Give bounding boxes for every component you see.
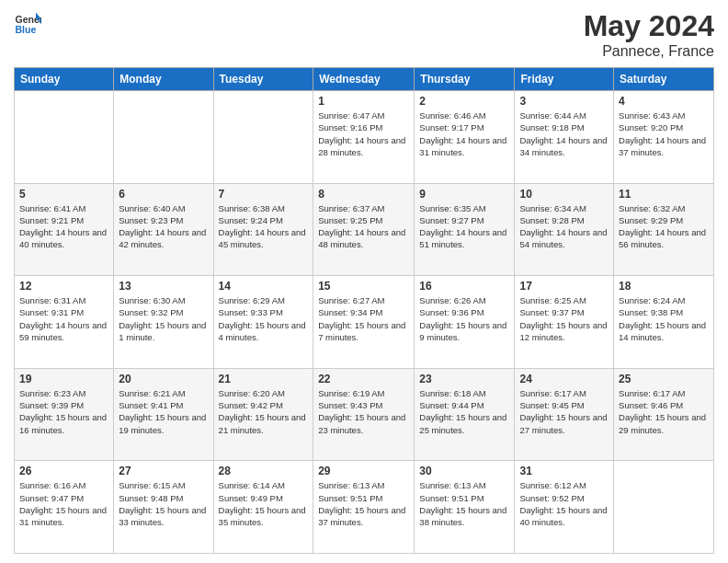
day-info: Sunrise: 6:16 AM Sunset: 9:47 PM Dayligh… [19,479,108,528]
calendar-cell: 25Sunrise: 6:17 AM Sunset: 9:46 PM Dayli… [614,368,714,461]
calendar-header-row: Sunday Monday Tuesday Wednesday Thursday… [15,68,714,91]
week-row-0: 1Sunrise: 6:47 AM Sunset: 9:16 PM Daylig… [15,91,714,184]
calendar-cell: 2Sunrise: 6:46 AM Sunset: 9:17 PM Daylig… [415,91,515,184]
calendar-cell: 9Sunrise: 6:35 AM Sunset: 9:27 PM Daylig… [415,183,515,276]
calendar-cell: 31Sunrise: 6:12 AM Sunset: 9:52 PM Dayli… [515,461,614,554]
day-number: 28 [219,465,309,477]
calendar-cell: 13Sunrise: 6:30 AM Sunset: 9:32 PM Dayli… [114,276,213,369]
title-block: May 2024 Pannece, France [584,9,714,60]
day-info: Sunrise: 6:27 AM Sunset: 9:34 PM Dayligh… [318,294,409,343]
calendar-cell: 21Sunrise: 6:20 AM Sunset: 9:42 PM Dayli… [213,368,313,461]
day-number: 1 [318,95,409,108]
calendar-cell: 24Sunrise: 6:17 AM Sunset: 9:45 PM Dayli… [515,368,614,461]
day-info: Sunrise: 6:44 AM Sunset: 9:18 PM Dayligh… [519,109,609,158]
col-saturday: Saturday [614,68,714,91]
calendar-cell: 23Sunrise: 6:18 AM Sunset: 9:44 PM Dayli… [415,368,515,461]
day-number: 22 [318,373,409,385]
calendar-cell: 27Sunrise: 6:15 AM Sunset: 9:48 PM Dayli… [114,461,213,554]
day-number: 20 [119,373,208,385]
day-number: 3 [519,95,609,108]
day-info: Sunrise: 6:37 AM Sunset: 9:25 PM Dayligh… [318,202,409,251]
day-number: 25 [619,373,709,385]
day-number: 31 [519,465,609,477]
day-info: Sunrise: 6:41 AM Sunset: 9:21 PM Dayligh… [19,202,108,251]
calendar-cell: 5Sunrise: 6:41 AM Sunset: 9:21 PM Daylig… [15,183,114,276]
calendar-cell: 19Sunrise: 6:23 AM Sunset: 9:39 PM Dayli… [15,368,114,461]
day-info: Sunrise: 6:12 AM Sunset: 9:52 PM Dayligh… [519,479,609,528]
day-number: 11 [619,188,709,201]
calendar-cell: 26Sunrise: 6:16 AM Sunset: 9:47 PM Dayli… [15,461,114,554]
day-number: 29 [318,465,409,477]
calendar: Sunday Monday Tuesday Wednesday Thursday… [14,67,714,554]
day-info: Sunrise: 6:17 AM Sunset: 9:46 PM Dayligh… [619,387,709,436]
calendar-cell: 12Sunrise: 6:31 AM Sunset: 9:31 PM Dayli… [15,276,114,369]
calendar-cell: 29Sunrise: 6:13 AM Sunset: 9:51 PM Dayli… [313,461,415,554]
calendar-cell: 6Sunrise: 6:40 AM Sunset: 9:23 PM Daylig… [114,183,213,276]
calendar-cell: 4Sunrise: 6:43 AM Sunset: 9:20 PM Daylig… [614,91,714,184]
day-number: 12 [19,280,108,293]
calendar-cell: 22Sunrise: 6:19 AM Sunset: 9:43 PM Dayli… [313,368,415,461]
col-tuesday: Tuesday [213,68,313,91]
day-number: 15 [318,280,409,293]
calendar-cell [213,91,313,184]
day-info: Sunrise: 6:47 AM Sunset: 9:16 PM Dayligh… [318,109,409,158]
day-number: 16 [419,280,509,293]
header: General Blue May 2024 Pannece, France [14,9,714,60]
month-title: May 2024 [584,9,714,43]
day-info: Sunrise: 6:29 AM Sunset: 9:33 PM Dayligh… [219,294,309,343]
day-info: Sunrise: 6:38 AM Sunset: 9:24 PM Dayligh… [219,202,309,251]
day-number: 8 [318,188,409,201]
day-info: Sunrise: 6:17 AM Sunset: 9:45 PM Dayligh… [519,387,609,436]
day-info: Sunrise: 6:20 AM Sunset: 9:42 PM Dayligh… [219,387,309,436]
calendar-cell: 14Sunrise: 6:29 AM Sunset: 9:33 PM Dayli… [213,276,313,369]
logo-icon: General Blue [14,9,41,37]
calendar-cell: 20Sunrise: 6:21 AM Sunset: 9:41 PM Dayli… [114,368,213,461]
day-number: 10 [519,188,609,201]
col-monday: Monday [114,68,213,91]
day-number: 14 [219,280,309,293]
day-number: 19 [19,373,108,385]
day-number: 24 [519,373,609,385]
col-friday: Friday [515,68,614,91]
calendar-cell: 11Sunrise: 6:32 AM Sunset: 9:29 PM Dayli… [614,183,714,276]
day-number: 17 [519,280,609,293]
col-sunday: Sunday [15,68,114,91]
calendar-cell: 15Sunrise: 6:27 AM Sunset: 9:34 PM Dayli… [313,276,415,369]
day-info: Sunrise: 6:40 AM Sunset: 9:23 PM Dayligh… [119,202,208,251]
day-number: 2 [419,95,509,108]
location: Pannece, France [584,43,714,60]
day-info: Sunrise: 6:30 AM Sunset: 9:32 PM Dayligh… [119,294,208,343]
day-info: Sunrise: 6:19 AM Sunset: 9:43 PM Dayligh… [318,387,409,436]
day-info: Sunrise: 6:32 AM Sunset: 9:29 PM Dayligh… [619,202,709,251]
day-info: Sunrise: 6:35 AM Sunset: 9:27 PM Dayligh… [419,202,509,251]
calendar-cell: 18Sunrise: 6:24 AM Sunset: 9:38 PM Dayli… [614,276,714,369]
day-number: 23 [419,373,509,385]
calendar-cell [614,461,714,554]
calendar-cell: 8Sunrise: 6:37 AM Sunset: 9:25 PM Daylig… [313,183,415,276]
page: General Blue May 2024 Pannece, France Su… [0,0,728,563]
calendar-cell [114,91,213,184]
day-info: Sunrise: 6:23 AM Sunset: 9:39 PM Dayligh… [19,387,108,436]
calendar-cell [15,91,114,184]
day-info: Sunrise: 6:25 AM Sunset: 9:37 PM Dayligh… [519,294,609,343]
day-info: Sunrise: 6:34 AM Sunset: 9:28 PM Dayligh… [519,202,609,251]
week-row-3: 19Sunrise: 6:23 AM Sunset: 9:39 PM Dayli… [15,368,714,461]
day-info: Sunrise: 6:31 AM Sunset: 9:31 PM Dayligh… [19,294,108,343]
day-info: Sunrise: 6:18 AM Sunset: 9:44 PM Dayligh… [419,387,509,436]
day-info: Sunrise: 6:14 AM Sunset: 9:49 PM Dayligh… [219,479,309,528]
day-number: 30 [419,465,509,477]
day-number: 27 [119,465,208,477]
calendar-cell: 28Sunrise: 6:14 AM Sunset: 9:49 PM Dayli… [213,461,313,554]
week-row-1: 5Sunrise: 6:41 AM Sunset: 9:21 PM Daylig… [15,183,714,276]
calendar-cell: 17Sunrise: 6:25 AM Sunset: 9:37 PM Dayli… [515,276,614,369]
calendar-cell: 16Sunrise: 6:26 AM Sunset: 9:36 PM Dayli… [415,276,515,369]
week-row-4: 26Sunrise: 6:16 AM Sunset: 9:47 PM Dayli… [15,461,714,554]
day-info: Sunrise: 6:15 AM Sunset: 9:48 PM Dayligh… [119,479,208,528]
calendar-cell: 30Sunrise: 6:13 AM Sunset: 9:51 PM Dayli… [415,461,515,554]
day-info: Sunrise: 6:21 AM Sunset: 9:41 PM Dayligh… [119,387,208,436]
col-wednesday: Wednesday [313,68,415,91]
day-info: Sunrise: 6:13 AM Sunset: 9:51 PM Dayligh… [419,479,509,528]
day-number: 6 [119,188,208,201]
day-info: Sunrise: 6:13 AM Sunset: 9:51 PM Dayligh… [318,479,409,528]
day-number: 5 [19,188,108,201]
